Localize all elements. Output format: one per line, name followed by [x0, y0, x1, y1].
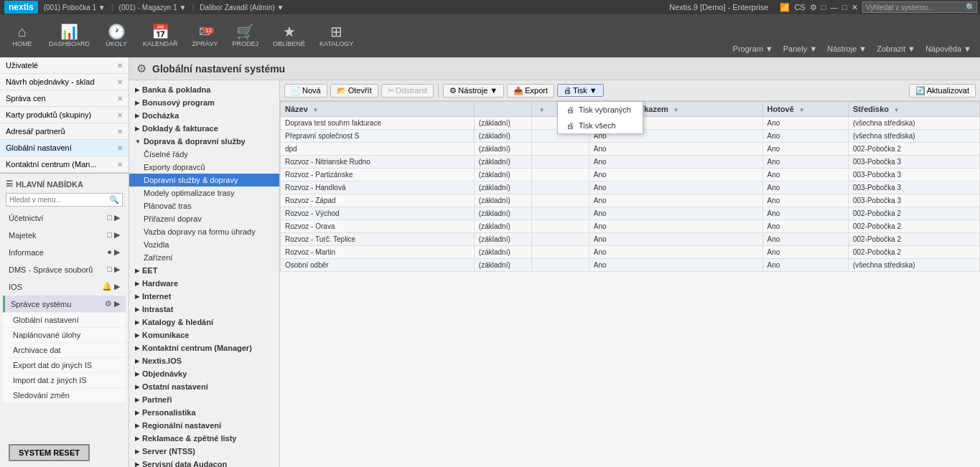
sidebar-navrh-close[interactable]: ✕: [117, 78, 123, 86]
export-button[interactable]: 📤 Export: [507, 84, 554, 98]
tree-planovac[interactable]: Plánovač tras: [129, 199, 279, 212]
nav-home[interactable]: ⌂ HOME: [4, 17, 40, 55]
branch-selector[interactable]: (001) Pobočka 1 ▼: [44, 4, 106, 11]
nav-prodej[interactable]: 🛒 PRODEJ: [227, 17, 265, 55]
table-row[interactable]: Rozvoz - Orava (základní) Ano Ano 002-Po…: [281, 220, 980, 233]
tree-reklamace[interactable]: ▶ Reklamace & zpětné listy: [129, 432, 279, 445]
sidebar-search[interactable]: 🔍: [6, 193, 123, 207]
tree-banka[interactable]: ▶ Banka & pokladna: [129, 83, 279, 96]
col-hotove[interactable]: Hotově ▼: [762, 102, 848, 117]
search-icon[interactable]: 🔍: [966, 3, 976, 12]
table-row[interactable]: Rozvoz - Východ (základní) Ano Ano 002-P…: [281, 207, 980, 220]
sidebar-item-spravacen[interactable]: Správa cen ✕: [0, 90, 129, 107]
tree-regionalni[interactable]: ▶ Regionální nastavení: [129, 419, 279, 432]
nav-oblibene[interactable]: ★ OBLÍBENÉ: [267, 17, 311, 55]
sub-naplanovane[interactable]: Naplánované úlohy: [3, 328, 126, 343]
sidebar-item-navrh[interactable]: Návrh objednávky - sklad ✕: [0, 74, 129, 90]
tree-ostatni[interactable]: ▶ Ostatní nastavení: [129, 380, 279, 393]
system-reset-button[interactable]: SYSTEM RESET: [9, 444, 90, 461]
menu-program[interactable]: Program ▼: [729, 43, 778, 55]
table-row[interactable]: Rozvoz - Západ (základní) Ano Ano 003-Po…: [281, 194, 980, 207]
col-typ[interactable]: [474, 102, 531, 117]
tree-partneri[interactable]: ▶ Partneři: [129, 393, 279, 406]
aktualizovat-button[interactable]: 🔄 Aktualizovat: [909, 84, 976, 98]
tree-personal[interactable]: ▶ Personalistika: [129, 406, 279, 419]
tree-katalogy[interactable]: ▶ Katalogy & hledání: [129, 316, 279, 329]
table-row[interactable]: Rozvoz - Nitrianske Rudno (základní) Ano…: [281, 156, 980, 169]
odstranit-button[interactable]: ✂ Odstranit: [381, 84, 434, 98]
tree-ciselnyrady[interactable]: Číselné řády: [129, 148, 279, 161]
nova-button[interactable]: 📄 Nová: [284, 84, 327, 98]
sidebar-item-karty[interactable]: Karty produktů (skupiny) ✕: [0, 107, 129, 123]
sidebar-adresat-close[interactable]: ✕: [117, 128, 123, 136]
table-row[interactable]: Rozvoz - Martin (základní) Ano Ano 002-P…: [281, 246, 980, 259]
sidebar-item-adresat[interactable]: Adresář partnerů ✕: [0, 123, 129, 140]
table-row[interactable]: Rozvoz - Turč. Teplice (základní) Ano An…: [281, 233, 980, 246]
sidebar-kontaktni-close[interactable]: ✕: [117, 161, 123, 169]
close-icon[interactable]: ✕: [851, 3, 858, 12]
tree-vazba[interactable]: Vazba dopravy na formu úhrady: [129, 225, 279, 238]
sub-globalni-nastaveni[interactable]: Globální nastavení: [3, 313, 126, 328]
sub-sledovani[interactable]: Sledování změn: [3, 388, 126, 403]
tree-objednavky[interactable]: ▶ Objednávky: [129, 367, 279, 380]
tisk-vybranych-item[interactable]: 🖨 Tisk vybraných: [558, 102, 643, 118]
sidebar-search-input[interactable]: [6, 194, 106, 205]
table-row[interactable]: Rozvoz - Partizánske (základní) Ano Ano …: [281, 169, 980, 181]
tisk-vsech-item[interactable]: 🖨 Tisk všech: [558, 118, 643, 133]
table-row[interactable]: dpd (základní) Ano Ano 002-Pobočka 2: [281, 143, 980, 156]
sidebar-menu-informace[interactable]: Informace ● ▶: [3, 244, 126, 261]
tree-kontaktni[interactable]: ▶ Kontaktní centrum (Manager): [129, 341, 279, 354]
tree-doprava[interactable]: ▼ Doprava & dopravní služby: [129, 135, 279, 148]
menu-zobrazit[interactable]: Zobrazit ▼: [872, 43, 920, 55]
sub-import[interactable]: Import dat z jiných IS: [3, 373, 126, 388]
minimize-icon[interactable]: —: [830, 3, 838, 11]
tree-komunikace[interactable]: ▶ Komunikace: [129, 329, 279, 341]
table-container[interactable]: Název ▼ ▼ Převodem příkazem ▼: [280, 101, 980, 467]
table-row[interactable]: Rozvoz - Handlová (základní) Ano Ano 003…: [281, 181, 980, 194]
sidebar-menu-ios[interactable]: IOS 🔔 ▶: [3, 278, 126, 296]
sidebar-globalni-close[interactable]: ✕: [117, 144, 123, 152]
tree-internet[interactable]: ▶ Internet: [129, 290, 279, 303]
table-row[interactable]: Osobní odběr (základní) Ano Ano (všechna…: [281, 259, 980, 272]
filter-empty-icon[interactable]: ▼: [539, 107, 545, 113]
window-icon[interactable]: □: [821, 3, 826, 11]
otevrit-button[interactable]: 📂 Otevřít: [330, 84, 378, 98]
sub-archivace[interactable]: Archivace dat: [3, 343, 126, 358]
settings-icon[interactable]: ⚙: [810, 3, 817, 12]
sidebar-menu-ucetnictvi[interactable]: Účetnictví □ ▶: [3, 209, 126, 227]
global-search-input[interactable]: [862, 1, 977, 13]
tree-bonusy[interactable]: ▶ Bonusový program: [129, 96, 279, 109]
tree-dopravni-sluzby[interactable]: Dopravní služby & dopravy: [129, 174, 279, 187]
tree-vozidla[interactable]: Vozidla: [129, 238, 279, 251]
tree-intrastat[interactable]: ▶ Intrastat: [129, 303, 279, 316]
menu-nastroje[interactable]: Nástroje ▼: [823, 43, 871, 55]
nav-dashboard[interactable]: 📊 DASHBOARD: [43, 17, 95, 55]
tree-nextisios[interactable]: ▶ Nextis.IOS: [129, 354, 279, 367]
sidebar-menu-spravce[interactable]: Správce systému ⚙ ▶: [3, 296, 126, 313]
sidebar-item-globalni[interactable]: Globální nastavení ✕: [0, 140, 129, 156]
sidebar-uzivatele-close[interactable]: ✕: [117, 62, 123, 70]
tree-eet[interactable]: ▶ EET: [129, 264, 279, 277]
sidebar-menu-dms[interactable]: DMS - Správce souborů □ ▶: [3, 261, 126, 278]
nav-katalogy[interactable]: ⊞ KATALOGY: [314, 17, 359, 55]
user-selector[interactable]: Dalibor Zavadil (Admin) ▼: [200, 4, 284, 11]
maximize-icon[interactable]: □: [842, 3, 847, 11]
warehouse-selector[interactable]: (001) - Magazyn 1 ▼: [119, 4, 187, 11]
sidebar-item-kontaktni[interactable]: Kontaktní centrum (Man... ✕: [0, 156, 129, 173]
filter-stredisko-icon[interactable]: ▼: [894, 107, 900, 113]
filter-prevodem-icon[interactable]: ▼: [673, 107, 679, 113]
col-stredisko[interactable]: Středisko ▼: [848, 102, 979, 117]
nav-zpravy[interactable]: ✉ 12 ZPRÁVY: [187, 17, 224, 55]
tree-modely[interactable]: Modely optimalizace trasy: [129, 187, 279, 199]
tisk-button[interactable]: 🖨 Tisk ▼: [557, 84, 604, 97]
tree-servisni-data[interactable]: ▶ Servisní data Audacon: [129, 458, 279, 467]
sidebar-item-uzivatele[interactable]: Uživatelé ✕: [0, 57, 129, 74]
tree-zarizeni[interactable]: Zařízení: [129, 251, 279, 264]
menu-napoveda[interactable]: Nápověda ▼: [921, 43, 976, 55]
tree-prirazeni[interactable]: Přiřazení doprav: [129, 212, 279, 225]
tree-dochazka[interactable]: ▶ Docházka: [129, 109, 279, 122]
tree-exporty[interactable]: Exporty dopravců: [129, 161, 279, 174]
sidebar-menu-majetek[interactable]: Majetek □ ▶: [3, 227, 126, 244]
nav-kalendar[interactable]: 📅 KALENDÁŘ: [137, 17, 184, 55]
sidebar-karty-close[interactable]: ✕: [117, 111, 123, 119]
